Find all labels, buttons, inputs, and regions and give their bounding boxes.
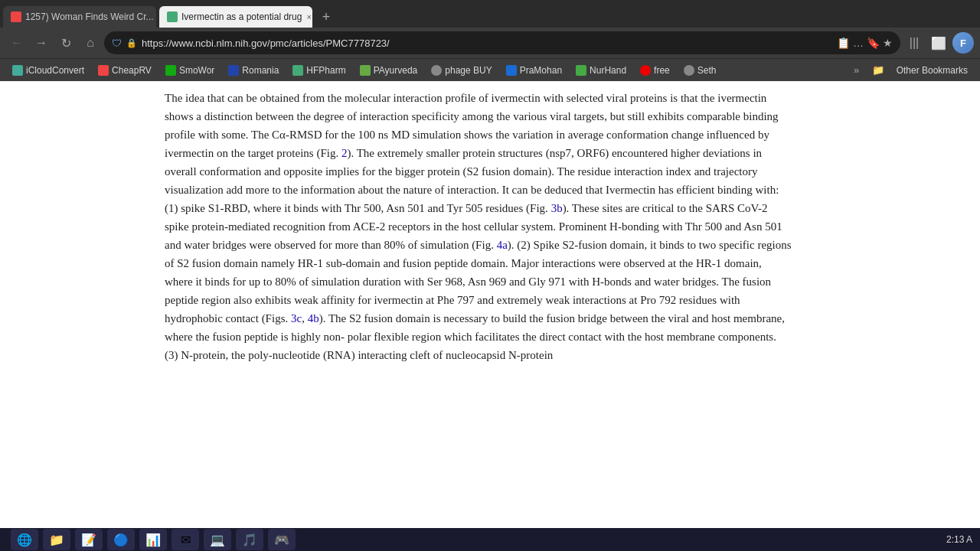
bookmark-nurhand-label: NurHand <box>590 65 626 76</box>
fig3b-link[interactable]: 3b <box>551 202 563 214</box>
bookmark-seth-label: Seth <box>697 65 717 76</box>
tab-2-label: Ivermectin as a potential drug <box>181 11 302 22</box>
sync-button[interactable]: ⬜ <box>928 32 949 54</box>
bookmark-romania-icon <box>228 65 239 76</box>
url-display: https://www.ncbi.nlm.nih.gov/pmc/article… <box>142 37 832 49</box>
taskbar-app-4[interactable]: 🔵 <box>107 529 135 550</box>
bookmark-icloudconvert[interactable]: iCloudConvert <box>6 64 90 77</box>
taskbar-app-7[interactable]: 💻 <box>204 529 231 550</box>
tab-2[interactable]: Ivermectin as a potential drug × <box>159 6 312 28</box>
taskbar-app-1[interactable]: 🌐 <box>11 529 38 550</box>
copy-icon[interactable]: 📋 <box>837 37 850 49</box>
back-button[interactable]: ← <box>6 32 28 54</box>
lock-icon: 🔒 <box>126 38 137 48</box>
bookmark-other-label: Other Bookmarks <box>897 65 968 76</box>
address-bar[interactable]: 🛡 🔒 https://www.ncbi.nlm.nih.gov/pmc/art… <box>104 31 900 54</box>
page-content: The idea that can be obtained from the m… <box>0 81 980 528</box>
bookmark-phagebuy-label: phage BUY <box>445 65 492 76</box>
tab-bar: 1257) Woman Finds Weird Cr... × Ivermect… <box>0 0 980 28</box>
new-tab-button[interactable]: + <box>315 6 337 28</box>
tab-1[interactable]: 1257) Woman Finds Weird Cr... × <box>3 6 156 28</box>
bookmark-payurveda-label: PAyurveda <box>374 65 418 76</box>
bookmark-hfpharm-label: HFPharm <box>306 65 345 76</box>
browser-chrome: 1257) Woman Finds Weird Cr... × Ivermect… <box>0 0 980 81</box>
bookmark-free-label: free <box>654 65 670 76</box>
taskbar-app-8[interactable]: 🎵 <box>236 529 263 550</box>
fig4a-link[interactable]: 4a <box>497 239 508 251</box>
more-icon[interactable]: … <box>853 37 864 49</box>
bookmark-free[interactable]: free <box>634 64 676 77</box>
tab-2-favicon <box>167 11 178 22</box>
taskbar-time: 2:13 A <box>946 534 972 545</box>
bookmark-seth[interactable]: Seth <box>678 64 723 77</box>
taskbar-app-9[interactable]: 🎮 <box>268 529 296 550</box>
bookmark-payurveda-icon <box>360 65 371 76</box>
profile-icon[interactable]: F <box>952 32 974 54</box>
bookmarks-overflow-button[interactable]: » <box>848 61 866 80</box>
tab-1-favicon <box>11 11 21 22</box>
library-button[interactable]: ||| <box>903 32 925 54</box>
bookmark-smowor-icon <box>165 65 176 76</box>
home-button[interactable]: ⌂ <box>80 32 101 54</box>
taskbar-app-5[interactable]: 📊 <box>139 529 167 550</box>
fig3c-link[interactable]: 3c <box>291 312 302 324</box>
tab-1-label: 1257) Woman Finds Weird Cr... <box>25 11 154 22</box>
bookmark-pramohan-icon <box>506 65 517 76</box>
bookmark-icloudconvert-label: iCloudConvert <box>26 65 84 76</box>
bookmark-romania[interactable]: Romania <box>222 64 285 77</box>
bookmark-romania-label: Romania <box>242 65 279 76</box>
bookmark-hfpharm-icon <box>292 65 303 76</box>
taskbar-apps: 🌐 📁 📝 🔵 📊 ✉ 💻 🎵 🎮 <box>8 529 940 550</box>
bookmark-nurhand-icon <box>576 65 586 76</box>
bookmark-seth-icon <box>684 65 694 76</box>
bookmark-nurhand[interactable]: NurHand <box>570 64 632 77</box>
bookmarks-overflow: » 📁 Other Bookmarks <box>848 61 974 80</box>
bookmark-pramohan[interactable]: PraMohan <box>500 64 568 77</box>
bookmarks-folder-button[interactable]: 📁 <box>869 61 887 80</box>
bookmark-free-icon <box>640 65 651 76</box>
bookmark-smowor-label: SmoWor <box>179 65 214 76</box>
nav-bar: ← → ↻ ⌂ 🛡 🔒 https://www.ncbi.nlm.nih.gov… <box>0 28 980 58</box>
fig2-link[interactable]: 2 <box>341 147 348 159</box>
bookmark-other[interactable]: Other Bookmarks <box>890 64 974 77</box>
bookmark-star-icon[interactable]: ★ <box>883 37 893 49</box>
taskbar-app-3[interactable]: 📝 <box>75 529 103 550</box>
bookmark-pramohan-label: PraMohan <box>520 65 562 76</box>
bookmark-phagebuy-icon <box>431 65 442 76</box>
tab-2-close[interactable]: × <box>306 12 311 21</box>
nav-right-controls: ||| ⬜ F <box>903 32 974 54</box>
reload-button[interactable]: ↻ <box>55 32 77 54</box>
bookmark-cheaprv[interactable]: CheapRV <box>92 64 158 77</box>
shield-icon: 🛡 <box>112 37 122 49</box>
article-body: The idea that can be obtained from the m… <box>165 89 792 364</box>
bookmark-cheaprv-label: CheapRV <box>112 65 152 76</box>
bookmark-icloudconvert-icon <box>12 65 23 76</box>
bookmarks-bar: iCloudConvert CheapRV SmoWor Romania HFP… <box>0 58 980 81</box>
bookmark-smowor[interactable]: SmoWor <box>159 64 220 77</box>
address-bar-actions: 📋 … 🔖 ★ <box>837 37 893 49</box>
taskbar-app-2[interactable]: 📁 <box>43 529 70 550</box>
bookmark-hfpharm[interactable]: HFPharm <box>286 64 351 77</box>
pocket-icon[interactable]: 🔖 <box>867 37 880 49</box>
article-paragraph-1: The idea that can be obtained from the m… <box>165 89 792 364</box>
bookmark-payurveda[interactable]: PAyurveda <box>354 64 424 77</box>
taskbar: 🌐 📁 📝 🔵 📊 ✉ 💻 🎵 🎮 2:13 A <box>0 528 980 551</box>
taskbar-app-6[interactable]: ✉ <box>172 529 199 550</box>
bookmark-phagebuy[interactable]: phage BUY <box>425 64 498 77</box>
bookmark-cheaprv-icon <box>98 65 109 76</box>
fig4b-link[interactable]: 4b <box>308 312 319 324</box>
forward-button[interactable]: → <box>31 32 52 54</box>
